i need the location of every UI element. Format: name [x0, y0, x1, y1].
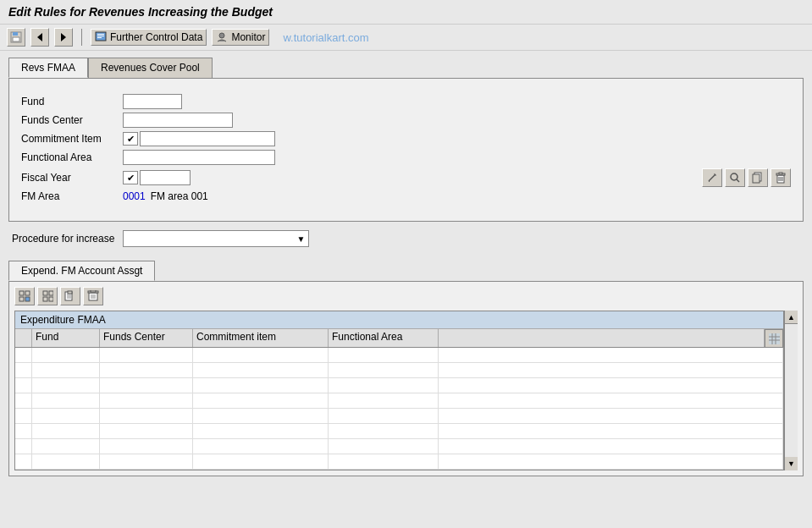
- table-settings-icon[interactable]: [765, 329, 783, 348]
- sub-toolbar: [14, 287, 798, 305]
- svg-rect-19: [779, 173, 782, 174]
- commitment-item-row: Commitment Item ✔: [21, 131, 791, 146]
- cell-rest: [439, 424, 783, 438]
- cell-rest: [439, 348, 783, 362]
- cell-num: [15, 439, 32, 454]
- cell-rest: [439, 409, 783, 423]
- fund-row: Fund: [21, 94, 791, 109]
- cell-fund[interactable]: [32, 409, 100, 423]
- cell-funds-center[interactable]: [100, 424, 193, 438]
- cell-num: [15, 378, 32, 393]
- column-headers: Fund Funds Center Commitment item Functi…: [15, 329, 765, 348]
- forward-icon-btn[interactable]: [54, 28, 73, 47]
- sub-delete-btn[interactable]: [83, 287, 103, 305]
- cell-fund[interactable]: [32, 378, 100, 393]
- save-icon-btn[interactable]: [7, 28, 25, 47]
- form-section: Fund Funds Center Commitment Item ✔: [18, 87, 794, 212]
- cell-fund[interactable]: [32, 393, 100, 408]
- commitment-item-input[interactable]: [140, 131, 275, 146]
- cell-functional[interactable]: [329, 393, 439, 408]
- cell-funds-center[interactable]: [100, 454, 193, 469]
- cell-fund[interactable]: [32, 424, 100, 438]
- table-row[interactable]: [15, 348, 783, 363]
- cell-commitment[interactable]: [193, 439, 329, 454]
- cell-funds-center[interactable]: [100, 378, 193, 393]
- table-row[interactable]: [15, 409, 783, 424]
- fiscal-year-checkbox[interactable]: ✔: [123, 171, 138, 184]
- cell-functional[interactable]: [329, 378, 439, 393]
- further-control-data-btn[interactable]: Further Control Data: [91, 29, 207, 46]
- column-header-area: Fund Funds Center Commitment item Functi…: [15, 329, 783, 348]
- functional-area-label: Functional Area: [21, 151, 123, 163]
- monitor-btn[interactable]: Monitor: [212, 29, 269, 46]
- sub-paste-btn[interactable]: [60, 287, 80, 305]
- svg-marker-4: [61, 33, 66, 41]
- cell-num: [15, 409, 32, 423]
- procedure-label: Procedure for increase: [12, 233, 114, 245]
- cell-functional[interactable]: [329, 439, 439, 454]
- cell-num: [15, 424, 32, 438]
- svg-rect-6: [97, 34, 104, 35]
- cell-funds-center[interactable]: [100, 348, 193, 362]
- cell-functional[interactable]: [329, 348, 439, 362]
- col-header-num: [15, 329, 32, 347]
- cell-rest: [439, 378, 783, 393]
- cell-fund[interactable]: [32, 439, 100, 454]
- scroll-up-btn[interactable]: ▲: [785, 311, 798, 324]
- cell-funds-center[interactable]: [100, 409, 193, 423]
- fund-label: Fund: [21, 96, 123, 107]
- table-inner: Expenditure FMAA Fund Funds Center Commi…: [14, 311, 784, 470]
- tab-expend-fm[interactable]: Expend. FM Account Assgt: [8, 261, 155, 281]
- fiscal-year-label: Fiscal Year: [21, 172, 123, 184]
- cell-funds-center[interactable]: [100, 393, 193, 408]
- table-row[interactable]: [15, 454, 783, 470]
- commitment-item-checkbox[interactable]: ✔: [123, 132, 138, 146]
- tab-revs-fmaa[interactable]: Revs FMAA: [8, 58, 88, 78]
- toolbar: Further Control Data Monitor w.tutorialk…: [0, 25, 812, 51]
- table-row[interactable]: [15, 378, 783, 393]
- sub-add-btn[interactable]: [14, 287, 35, 305]
- funds-center-input[interactable]: [123, 113, 233, 128]
- cell-commitment[interactable]: [193, 348, 329, 362]
- cell-functional[interactable]: [329, 409, 439, 423]
- delete-btn[interactable]: [771, 168, 791, 187]
- copy-btn[interactable]: [748, 168, 768, 187]
- cell-functional[interactable]: [329, 363, 439, 377]
- svg-rect-42: [769, 333, 780, 344]
- table-row[interactable]: [15, 363, 783, 378]
- cell-commitment[interactable]: [193, 409, 329, 423]
- table-row[interactable]: [15, 439, 783, 454]
- sub-copy-btn[interactable]: [37, 287, 58, 305]
- sub-tab-container: Expend. FM Account Assgt: [8, 261, 804, 476]
- cell-functional[interactable]: [329, 424, 439, 438]
- cell-fund[interactable]: [32, 454, 100, 469]
- procedure-select[interactable]: ▼: [123, 230, 309, 247]
- table-row[interactable]: [15, 424, 783, 439]
- svg-point-13: [731, 173, 737, 180]
- fund-input[interactable]: [123, 94, 182, 109]
- check-icon: ✔: [127, 134, 135, 145]
- cell-commitment[interactable]: [193, 393, 329, 408]
- cell-fund[interactable]: [32, 363, 100, 377]
- cell-funds-center[interactable]: [100, 439, 193, 454]
- cell-fund[interactable]: [32, 348, 100, 362]
- cell-functional[interactable]: [329, 454, 439, 469]
- cell-commitment[interactable]: [193, 424, 329, 438]
- edit-icons-group: [702, 168, 791, 187]
- tab-revenues-cover-pool[interactable]: Revenues Cover Pool: [88, 58, 213, 78]
- sub-panel: Expenditure FMAA Fund Funds Center Commi…: [8, 281, 804, 476]
- edit-pencil-btn[interactable]: [702, 168, 722, 187]
- svg-line-10: [709, 175, 715, 181]
- table-row[interactable]: [15, 393, 783, 409]
- cell-funds-center[interactable]: [100, 363, 193, 377]
- svg-rect-16: [753, 174, 760, 183]
- back-icon-btn[interactable]: [30, 28, 49, 47]
- cell-commitment[interactable]: [193, 378, 329, 393]
- fiscal-year-row: Fiscal Year ✔: [21, 168, 791, 187]
- cell-commitment[interactable]: [193, 363, 329, 377]
- cell-commitment[interactable]: [193, 454, 329, 469]
- functional-area-input[interactable]: [123, 150, 275, 165]
- fiscal-year-input[interactable]: [140, 170, 191, 185]
- match-btn[interactable]: [725, 168, 745, 187]
- scroll-down-btn[interactable]: ▼: [785, 457, 798, 470]
